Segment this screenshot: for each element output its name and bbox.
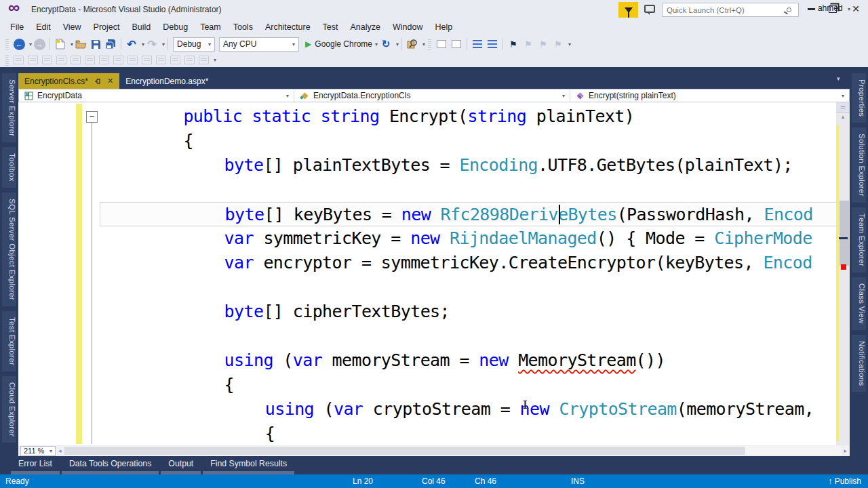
send-to-back-icon[interactable] — [199, 56, 209, 64]
new-file-icon[interactable] — [54, 37, 67, 52]
code-line[interactable]: { — [100, 373, 850, 397]
chevron-down-icon[interactable]: ▾ — [71, 41, 73, 47]
toolbar-drag-handle[interactable] — [5, 54, 9, 66]
editor-zoom-selector[interactable]: 211 % ▾ — [20, 446, 56, 456]
code-line[interactable]: byte[] keyBytes = new Rfc2898DeriveBytes… — [100, 202, 850, 226]
decrease-indent-icon[interactable] — [471, 37, 484, 52]
menu-file[interactable]: File — [4, 19, 30, 36]
sidebar-item-solution-explorer[interactable]: Solution Explorer — [852, 127, 866, 203]
bottom-tab-data-tools-operations[interactable]: Data Tools Operations — [62, 456, 159, 474]
chevron-down-icon[interactable]: ▾ — [422, 41, 425, 47]
feedback-icon[interactable] — [644, 5, 655, 13]
sidebar-item-toolbox[interactable]: Toolbox — [2, 147, 16, 188]
save-all-icon[interactable] — [104, 37, 117, 52]
solution-platform-combo[interactable]: Any CPU▾ — [219, 37, 299, 52]
code-line[interactable] — [100, 178, 850, 202]
toolbar-overflow-icon[interactable]: ▾ — [214, 57, 216, 63]
close-icon[interactable]: ✕ — [107, 77, 113, 85]
code-line[interactable]: byte[] plainTextBytes = Encoding.UTF8.Ge… — [100, 153, 850, 178]
sidebar-item-cloud-explorer[interactable]: Cloud Explorer — [2, 376, 16, 443]
editor-split-handle[interactable]: ═ — [836, 102, 850, 113]
tab-encryptioncls-cs[interactable]: EncryptionCls.cs*✕ — [18, 73, 119, 89]
scroll-right-arrow[interactable]: ▸ — [841, 447, 850, 454]
increase-indent-icon[interactable] — [486, 37, 499, 52]
bookmark-icon[interactable]: ⚑ — [507, 37, 520, 52]
menu-view[interactable]: View — [57, 19, 87, 36]
menu-test[interactable]: Test — [317, 19, 344, 36]
code-line[interactable]: public static string Encrypt(string plai… — [100, 104, 850, 129]
chevron-down-icon[interactable]: ▾ — [29, 41, 32, 47]
bottom-tab-error-list[interactable]: Error List — [11, 456, 60, 474]
code-line[interactable]: var symmetricKey = new RijndaelManaged()… — [100, 226, 850, 251]
code-line[interactable]: { — [100, 129, 850, 153]
menu-team[interactable]: Team — [194, 19, 227, 36]
toolbar-drag-handle[interactable] — [428, 38, 431, 50]
menu-architecture[interactable]: Architecture — [259, 19, 317, 36]
chevron-down-icon[interactable]: ▾ — [142, 41, 144, 47]
align-centers-icon[interactable] — [28, 56, 38, 64]
code-editor[interactable]: − public static string Encrypt(string pl… — [18, 102, 850, 445]
previous-bookmark-icon[interactable]: ⚑ — [521, 37, 535, 52]
save-icon[interactable] — [89, 37, 102, 52]
type-dropdown[interactable]: EncryptData.EncryptionCls ▾ — [294, 89, 570, 102]
code-line[interactable] — [100, 275, 850, 300]
bring-to-front-icon[interactable] — [184, 56, 195, 64]
code-text-area[interactable]: public static string Encrypt(string plai… — [100, 104, 850, 445]
signed-in-user[interactable]: ahmed ▾ — [818, 0, 850, 18]
vertical-spacing-icon[interactable] — [170, 56, 180, 64]
sidebar-item-notifications[interactable]: Notifications — [852, 335, 866, 392]
code-line[interactable]: using (var memoryStream = new MemoryStre… — [100, 348, 850, 373]
navigate-forward-icon[interactable]: → — [33, 37, 46, 52]
vertical-scrollbar[interactable]: ═ ▴ — [836, 102, 850, 445]
sidebar-item-test-explorer[interactable]: Test Explorer — [2, 311, 16, 371]
display-in-browser-icon[interactable] — [435, 37, 448, 52]
menu-analyze[interactable]: Analyze — [344, 19, 387, 36]
scroll-up-arrow[interactable]: ▴ — [836, 113, 850, 120]
document-well-overflow-icon[interactable]: ▾ — [837, 75, 840, 82]
tab-encryptiondemo-aspx[interactable]: EncryptionDemo.aspx* — [119, 73, 214, 89]
size-to-grid-icon[interactable] — [142, 56, 152, 64]
member-dropdown[interactable]: Encrypt(string plainText) ▾ — [570, 89, 849, 102]
horizontal-scroll-thumb[interactable] — [64, 447, 745, 455]
sidebar-item-class-view[interactable]: Class View — [852, 277, 866, 330]
sidebar-item-server-explorer[interactable]: Server Explorer — [2, 73, 16, 142]
menu-window[interactable]: Window — [387, 19, 429, 36]
bottom-tab-output[interactable]: Output — [161, 456, 201, 474]
menu-edit[interactable]: Edit — [30, 19, 57, 36]
sidebar-item-properties[interactable]: Properties — [852, 73, 866, 123]
chevron-down-icon[interactable]: ▾ — [396, 41, 399, 47]
chevron-down-icon[interactable]: ▾ — [375, 41, 378, 47]
align-lefts-icon[interactable] — [14, 56, 24, 64]
toolbar-drag-handle[interactable] — [5, 38, 9, 50]
pin-icon[interactable] — [94, 78, 102, 85]
horizontal-scrollbar[interactable] — [64, 446, 842, 455]
code-line[interactable]: byte[] cipherTextBytes; — [100, 300, 850, 324]
find-in-files-icon[interactable] — [406, 37, 419, 52]
sidebar-item-team-explorer[interactable]: Team Explorer — [852, 207, 866, 272]
menu-help[interactable]: Help — [429, 19, 458, 36]
menu-tools[interactable]: Tools — [227, 19, 259, 36]
code-line[interactable]: using (var cryptoStream = new CryptoStre… — [100, 397, 850, 422]
code-line[interactable] — [100, 324, 850, 348]
clear-bookmarks-icon[interactable]: ⚑ — [551, 37, 565, 52]
sidebar-item-sql-server-object-explorer[interactable]: SQL Server Object Explorer — [2, 192, 16, 306]
scroll-left-arrow[interactable]: ◂ — [56, 447, 64, 454]
vertical-scroll-thumb[interactable] — [840, 201, 849, 266]
navigate-backward-icon[interactable]: ← — [12, 37, 26, 52]
collapse-region-toggle[interactable]: − — [86, 111, 98, 123]
code-line[interactable]: { — [100, 422, 850, 445]
align-tops-icon[interactable] — [56, 56, 66, 64]
solution-configuration-combo[interactable]: Debug▾ — [173, 37, 215, 52]
page-inspector-icon[interactable] — [450, 37, 463, 52]
horizontal-spacing-icon[interactable] — [156, 56, 166, 64]
align-rights-icon[interactable] — [42, 56, 52, 64]
next-bookmark-icon[interactable]: ⚑ — [536, 37, 550, 52]
align-bottoms-icon[interactable] — [85, 56, 95, 64]
bottom-tab-find-symbol-results[interactable]: Find Symbol Results — [203, 456, 294, 474]
open-file-icon[interactable] — [74, 37, 87, 52]
undo-icon[interactable]: ↶ — [125, 37, 138, 52]
make-same-width-icon[interactable] — [99, 56, 109, 64]
make-same-size-icon[interactable] — [127, 56, 138, 64]
toolbar-overflow-icon[interactable]: ▾ — [568, 41, 571, 47]
code-line[interactable]: var encryptor = symmetricKey.CreateEncry… — [100, 251, 850, 275]
